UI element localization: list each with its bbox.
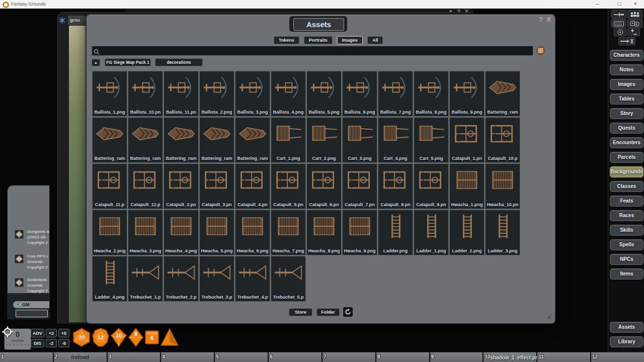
sidebar-item-images[interactable]: Images xyxy=(610,79,643,90)
folder-up-button[interactable]: ▲ xyxy=(92,59,100,66)
snowflake-icon[interactable] xyxy=(58,17,66,26)
sidebar-item-characters[interactable]: Characters xyxy=(610,50,643,61)
asset-thumbnail[interactable]: Catapult_7.pn xyxy=(342,163,377,209)
asset-thumbnail[interactable]: Ballista_5.png xyxy=(306,71,342,117)
d12-die[interactable]: 12 xyxy=(92,327,110,347)
sidebar-item-classes[interactable]: Classes xyxy=(610,181,643,192)
asset-thumbnail[interactable]: Catapult_4.pn xyxy=(235,163,270,209)
asset-thumbnail[interactable]: Trebuchet_1.p xyxy=(128,256,163,302)
tab-tokens[interactable]: Tokens xyxy=(274,36,299,44)
plus2-button[interactable]: +2 xyxy=(46,329,57,337)
sidebar-item-tables[interactable]: Tables xyxy=(610,94,643,105)
asset-thumbnail[interactable]: Ballista_9.png xyxy=(449,71,485,117)
asset-thumbnail[interactable]: Hwacha_1.png xyxy=(449,163,485,209)
sidebar-item-npcs[interactable]: NPCs xyxy=(610,254,643,265)
asset-thumbnail[interactable]: Trebuchet_2.p xyxy=(164,256,199,302)
sidebar-item-notes[interactable]: Notes xyxy=(610,64,643,75)
sidebar-item-assets[interactable]: Assets xyxy=(610,322,643,333)
asset-thumbnail[interactable]: Catapult_2.pn xyxy=(164,163,199,209)
sword-icon[interactable] xyxy=(611,10,626,19)
hotbar-slot-1[interactable]: 1 xyxy=(0,352,54,362)
search-input[interactable] xyxy=(92,46,533,56)
hotbar-slot-8[interactable]: 8 xyxy=(376,352,430,362)
folder-button[interactable]: Folder xyxy=(316,308,340,316)
keyboard-icon[interactable] xyxy=(611,19,626,28)
d20-die[interactable]: 20 xyxy=(72,327,91,347)
sidebar-item-parcels[interactable]: Parcels xyxy=(610,152,643,163)
asset-thumbnail[interactable]: Catapult_10.p xyxy=(485,117,520,163)
asset-thumbnail[interactable]: Hwacha_6.png xyxy=(235,210,270,255)
asset-thumbnail[interactable]: Catapult_3.pn xyxy=(199,163,234,209)
sidebar-item-story[interactable]: Story xyxy=(610,108,643,119)
asset-thumbnail[interactable]: Battering_ram xyxy=(199,117,234,163)
asset-thumbnail[interactable]: Ballista_6.png xyxy=(342,71,377,117)
asset-thumbnail[interactable]: Battering_ram xyxy=(164,117,199,163)
asset-thumbnail[interactable]: Hwacha_7.png xyxy=(271,210,306,255)
asset-thumbnail[interactable]: Hwacha_8.png xyxy=(306,210,342,255)
asset-thumbnail[interactable]: Ladder.png xyxy=(378,210,413,255)
hotbar-slot-5[interactable]: 5 xyxy=(215,352,269,362)
asset-thumbnail[interactable]: Catapult_9.pn xyxy=(414,163,449,209)
hotbar-slot-10[interactable]: 10shadow_1_effect.png xyxy=(484,352,537,362)
asset-thumbnail[interactable]: Hwacha_4.png xyxy=(164,210,199,255)
chat-input[interactable] xyxy=(16,310,48,317)
sidebar-item-library[interactable]: Library xyxy=(610,336,643,347)
sidebar-item-encounters[interactable]: Encounters xyxy=(610,137,643,148)
sidebar-item-quests[interactable]: Quests xyxy=(610,123,643,134)
sidebar-item-feats[interactable]: Feats xyxy=(610,196,643,207)
asset-thumbnail[interactable]: Ballista_2.png xyxy=(199,71,234,117)
hotbar-slot-4[interactable]: 4 xyxy=(161,352,215,362)
asset-thumbnail[interactable]: Hwacha_10.pn xyxy=(485,163,520,209)
hotbar-slot-6[interactable]: 6 xyxy=(269,352,323,362)
asset-thumbnail[interactable]: Hwacha_2.png xyxy=(92,210,127,255)
asset-thumbnail[interactable]: Ballista_1.png xyxy=(92,71,127,117)
asset-thumbnail[interactable]: Ladder_3.png xyxy=(485,210,520,255)
minus5-button[interactable]: -5 xyxy=(58,339,69,347)
asset-thumbnail[interactable]: Trebuchet_5.p xyxy=(271,256,306,302)
asset-thumbnail[interactable]: Battering_ram xyxy=(92,117,127,163)
hotbar-slot-9[interactable]: 9 xyxy=(430,352,484,362)
breadcrumb-folder[interactable]: decorations xyxy=(155,58,203,66)
d4-die[interactable] xyxy=(160,327,179,347)
asset-thumbnail[interactable]: Catapult_6.pn xyxy=(306,163,342,209)
asset-thumbnail[interactable]: Ladder_1.png xyxy=(414,210,449,255)
asset-thumbnail[interactable]: Hwacha_5.png xyxy=(199,210,234,255)
asset-thumbnail[interactable]: Ballista_10.pn xyxy=(128,71,163,117)
asset-thumbnail[interactable]: Hwacha_9.png xyxy=(342,210,377,255)
asset-thumbnail[interactable]: Ladder_4.png xyxy=(92,256,127,302)
asset-thumbnail[interactable]: Ballista_3.png xyxy=(235,71,270,117)
d8-die[interactable]: 8 xyxy=(128,327,144,347)
asset-thumbnail[interactable]: Trebuchet_4.p xyxy=(235,256,270,302)
sidebar-item-races[interactable]: Races xyxy=(610,210,643,221)
asset-thumbnail[interactable]: Battering_ram xyxy=(128,117,163,163)
d6-die[interactable]: 6 xyxy=(144,327,159,347)
asset-thumbnail[interactable]: Catapult_8.pn xyxy=(378,163,413,209)
asset-thumbnail[interactable]: Battering_ram xyxy=(485,71,520,117)
sword-long-icon[interactable] xyxy=(618,37,635,45)
asset-thumbnail[interactable]: Ballista_4.png xyxy=(271,71,306,117)
dice-icon[interactable] xyxy=(627,19,642,28)
minus2-button[interactable]: -2 xyxy=(46,339,57,347)
asset-thumbnail[interactable]: Trebuchet_3.p xyxy=(199,256,234,302)
eye-icon[interactable] xyxy=(15,302,21,307)
sidebar-item-skills[interactable]: Skills xyxy=(610,225,643,236)
close-button[interactable]: × xyxy=(630,1,641,7)
hotbar-slot-3[interactable]: 3 xyxy=(108,352,162,362)
asset-thumbnail[interactable]: Cart_3.png xyxy=(342,117,377,163)
tab-images[interactable]: Images xyxy=(337,36,363,44)
asset-thumbnail[interactable]: Battering_ram xyxy=(235,117,270,163)
asset-thumbnail[interactable]: Catapult_1.pn xyxy=(449,117,485,163)
asset-thumbnail[interactable]: Ballista_8.png xyxy=(414,71,449,117)
adv-button[interactable]: ADV xyxy=(31,329,44,337)
asset-thumbnail[interactable]: Cart_4.png xyxy=(378,117,413,163)
d10-die[interactable]: 10 xyxy=(110,327,127,347)
tab-portraits[interactable]: Portraits xyxy=(304,36,333,44)
dis-button[interactable]: DIS xyxy=(31,339,44,347)
asset-thumbnail[interactable]: Cart_2.png xyxy=(306,117,342,163)
asset-thumbnail[interactable]: Cart_5.png xyxy=(414,117,449,163)
asset-thumbnail[interactable]: Catapult_12.p xyxy=(128,163,163,209)
help-button[interactable]: ? xyxy=(539,16,543,23)
refresh-button[interactable] xyxy=(343,307,353,317)
tab-all[interactable]: All xyxy=(367,36,383,44)
maximize-button[interactable]: □ xyxy=(614,1,625,7)
